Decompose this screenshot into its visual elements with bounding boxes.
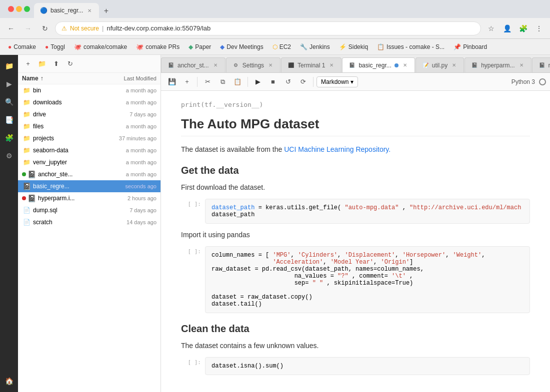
- upload-btn[interactable]: ⬆: [50, 58, 62, 70]
- bookmark-comake-comake[interactable]: 🐙 comake/comake: [70, 42, 131, 52]
- tab-close-terminal[interactable]: ✕: [328, 62, 335, 69]
- file-item-basic-regr[interactable]: 📓 basic_regre... seconds ago: [18, 180, 160, 192]
- bookmark-toggl[interactable]: ● Toggl: [41, 42, 69, 52]
- reload-button[interactable]: ↻: [38, 21, 52, 35]
- file-item-bin[interactable]: 📁 bin a month ago: [18, 84, 160, 96]
- tab-basic-regr[interactable]: 📓 basic_regr... ✕: [342, 57, 414, 72]
- code-comma3: ,: [410, 273, 413, 280]
- file-item-anchor[interactable]: 📓 anchor_ste... a month ago: [18, 168, 160, 180]
- extensions-button[interactable]: 🧩: [516, 21, 530, 35]
- close-button[interactable]: [8, 6, 14, 12]
- bookmark-ec2[interactable]: ⬡ EC2: [268, 42, 295, 52]
- bookmark-label: comake PRs: [146, 43, 180, 50]
- new-tab-button[interactable]: +: [99, 4, 113, 18]
- address-text: nfultz-dev.corp.comake.io:55079/lab: [106, 24, 210, 32]
- tab-hyperparm[interactable]: 📓 hyperparm... ✕: [464, 57, 531, 72]
- add-cell-btn[interactable]: +: [180, 75, 194, 89]
- sidebar-run-btn[interactable]: ▶: [2, 77, 16, 91]
- bookmark-comake[interactable]: ● Comake: [4, 42, 40, 52]
- file-item-projects[interactable]: 📁 projects 37 minutes ago: [18, 132, 160, 144]
- file-item-downloads[interactable]: 📁 downloads a month ago: [18, 96, 160, 108]
- chrome-tab[interactable]: 🔵 basic_regr... ✕: [34, 3, 99, 18]
- file-item-venv[interactable]: 📁 venv_jupyter a month ago: [18, 156, 160, 168]
- new-folder-btn[interactable]: 📁: [36, 58, 48, 70]
- file-item-dump[interactable]: 📄 dump.sql 7 days ago: [18, 204, 160, 216]
- tab-terminal[interactable]: ⬛ Terminal 1 ✕: [281, 57, 342, 72]
- cut-btn[interactable]: ✂: [200, 75, 214, 89]
- tab-recommender[interactable]: 📓 recomme... ✕: [532, 57, 550, 72]
- cell-type-dropdown[interactable]: Markdown ▾: [316, 76, 358, 87]
- chrome-tab-close[interactable]: ✕: [86, 7, 93, 14]
- sidebar-home-btn[interactable]: 🏠: [2, 374, 16, 388]
- file-time: a month ago: [126, 99, 156, 105]
- save-btn[interactable]: 💾: [165, 75, 179, 89]
- name-column-header[interactable]: Name ↑: [22, 75, 124, 82]
- tab-bar: 📓 anchor_st... ✕ ⚙ Settings ✕ ⬛ Terminal…: [161, 55, 550, 73]
- section2-text: First download the dataset.: [181, 182, 530, 193]
- maximize-button[interactable]: [24, 6, 30, 12]
- section1-title: The Auto MPG dataset: [181, 116, 530, 136]
- file-item-drive[interactable]: 📁 drive 7 days ago: [18, 108, 160, 120]
- folder-icon: 📁: [22, 158, 31, 167]
- run-btn[interactable]: ▶: [251, 75, 265, 89]
- bookmark-issues[interactable]: 📋 Issues - comake - S...: [373, 42, 448, 52]
- tab-close-settings[interactable]: ✕: [267, 62, 274, 69]
- cell-body-2[interactable]: column_names = [ 'MPG', 'Cylinders', 'Di…: [205, 246, 530, 313]
- new-file-btn[interactable]: +: [22, 58, 34, 70]
- tab-util[interactable]: 📝 util.py ✕: [416, 57, 464, 72]
- title-bar: 🔵 basic_regr... ✕ +: [0, 0, 550, 18]
- menu-button[interactable]: ⋮: [532, 21, 546, 35]
- tab-close-hyperparm[interactable]: ✕: [518, 62, 525, 69]
- bookmark-sidekiq[interactable]: ⚡ Sidekiq: [335, 42, 372, 52]
- paste-btn[interactable]: 📋: [230, 75, 244, 89]
- sidebar-settings-btn[interactable]: ⚙: [2, 149, 16, 163]
- modified-column-header[interactable]: Last Modified: [124, 75, 156, 81]
- file-item-seaborn[interactable]: 📁 seaborn-data a month ago: [18, 144, 160, 156]
- file-name: projects: [33, 135, 117, 142]
- tab-settings[interactable]: ⚙ Settings ✕: [226, 57, 280, 72]
- back-button[interactable]: ←: [4, 21, 18, 35]
- toolbar-separator2: [248, 77, 248, 87]
- cell-output-above: print(tf.__version__): [181, 101, 530, 108]
- tab-label: Settings: [242, 62, 264, 69]
- sidebar-commands-btn[interactable]: 🔍: [2, 95, 16, 109]
- tab-close-util[interactable]: ✕: [450, 62, 458, 69]
- tab-close-anchor[interactable]: ✕: [212, 62, 219, 69]
- code-comma: ,: [402, 204, 410, 211]
- bookmark-comake-prs[interactable]: 🐙 comake PRs: [132, 42, 184, 52]
- tab-close-basic-regr[interactable]: ✕: [402, 62, 408, 69]
- address-bar[interactable]: ⚠ Not secure | nfultz-dev.corp.comake.io…: [55, 21, 481, 35]
- bookmark-jenkins[interactable]: 🔧 Jenkins: [296, 42, 334, 52]
- file-time: 37 minutes ago: [119, 135, 156, 141]
- kernel-label: Python 3: [512, 78, 535, 85]
- sidebar-files-btn[interactable]: 📁: [2, 59, 16, 73]
- stop-btn[interactable]: ■: [266, 75, 280, 89]
- bookmark-dev-meetings[interactable]: ◆ Dev Meetings: [216, 42, 267, 52]
- file-item-hyperparm[interactable]: 📓 hyperparm.i... 2 hours ago: [18, 192, 160, 204]
- cell-body-3[interactable]: dataset.isna().sum(): [205, 357, 530, 375]
- uci-link[interactable]: UCI Machine Learning Repository.: [284, 145, 390, 153]
- file-time: seconds ago: [126, 183, 156, 189]
- bookmark-label: comake/comake: [84, 43, 127, 50]
- sidebar-tabs-btn[interactable]: 📑: [2, 113, 16, 127]
- tab-anchor[interactable]: 📓 anchor_st... ✕: [161, 57, 226, 72]
- nav-actions: ☆ 👤 🧩 ⋮: [484, 21, 546, 35]
- forward-button[interactable]: →: [21, 21, 35, 35]
- bookmark-pinboard[interactable]: 📌 Pinboard: [450, 42, 491, 52]
- refresh-btn[interactable]: ↻: [64, 58, 76, 70]
- file-item-files[interactable]: 📁 files a month ago: [18, 120, 160, 132]
- minimize-button[interactable]: [16, 6, 22, 12]
- file-item-scratch[interactable]: 📄 scratch 14 days ago: [18, 216, 160, 228]
- profile-button[interactable]: 👤: [500, 21, 514, 35]
- tab-label: recomme...: [548, 62, 550, 69]
- restart-btn[interactable]: ↺: [281, 75, 295, 89]
- section3-text: The dataset contains a few unknown value…: [181, 341, 530, 351]
- bookmark-paper[interactable]: ◆ Paper: [184, 42, 215, 52]
- bookmark-button[interactable]: ☆: [484, 21, 498, 35]
- sidebar-extensions-btn[interactable]: 🧩: [2, 131, 16, 145]
- cell-body-1[interactable]: dataset_path = keras.utils.get_file( "au…: [205, 199, 530, 224]
- copy-btn[interactable]: ⧉: [216, 75, 230, 89]
- refresh-all-btn[interactable]: ⟳: [296, 75, 310, 89]
- folder-icon: 📁: [22, 146, 31, 155]
- code-str-q: "?": [338, 273, 348, 280]
